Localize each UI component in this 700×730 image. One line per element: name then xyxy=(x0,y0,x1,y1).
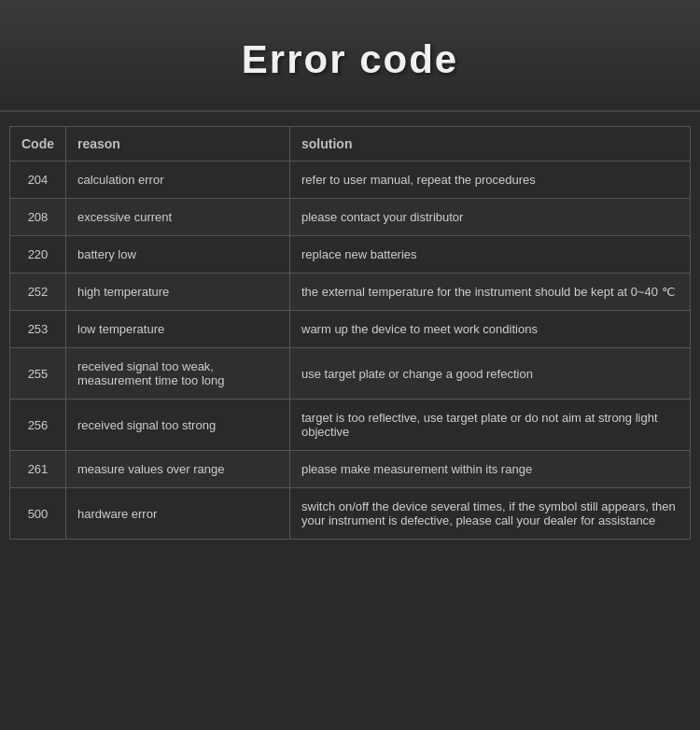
cell-solution: use target plate or change a good refect… xyxy=(290,348,691,400)
table-row: 220battery lowreplace new batteries xyxy=(10,236,691,274)
cell-solution: refer to user manual, repeat the procedu… xyxy=(290,161,691,199)
cell-solution: warm up the device to meet work conditio… xyxy=(290,311,691,348)
col-header-solution: solution xyxy=(290,127,691,161)
cell-reason: battery low xyxy=(66,236,290,274)
cell-reason: hardware error xyxy=(66,488,290,540)
cell-reason: excessive current xyxy=(66,199,290,236)
cell-code: 204 xyxy=(10,161,66,199)
cell-reason: high temperature xyxy=(66,274,290,311)
cell-code: 256 xyxy=(10,400,66,451)
col-header-reason: reason xyxy=(66,127,290,161)
table-row: 253low temperaturewarm up the device to … xyxy=(10,311,691,348)
table-container: Code reason solution 204calculation erro… xyxy=(0,112,700,554)
cell-code: 253 xyxy=(10,311,66,348)
cell-solution: target is too reflective, use target pla… xyxy=(290,400,691,451)
table-row: 204calculation errorrefer to user manual… xyxy=(10,161,691,199)
table-header-row: Code reason solution xyxy=(10,127,691,161)
table-row: 500hardware errorswitch on/off the devic… xyxy=(10,488,691,540)
col-header-code: Code xyxy=(10,127,66,161)
table-row: 261measure values over rangeplease make … xyxy=(10,451,691,488)
cell-reason: calculation error xyxy=(66,161,290,199)
table-row: 252high temperaturethe external temperat… xyxy=(10,274,691,311)
cell-reason: received signal too weak, measurement ti… xyxy=(66,348,290,400)
cell-solution: replace new batteries xyxy=(290,236,691,274)
cell-solution: switch on/off the device several times, … xyxy=(290,488,691,540)
cell-code: 500 xyxy=(10,488,66,540)
cell-code: 208 xyxy=(10,199,66,236)
error-code-table: Code reason solution 204calculation erro… xyxy=(9,126,691,540)
cell-code: 261 xyxy=(10,451,66,488)
cell-code: 255 xyxy=(10,348,66,400)
table-row: 208excessive currentplease contact your … xyxy=(10,199,691,236)
cell-code: 220 xyxy=(10,236,66,274)
page-header: Error code xyxy=(0,0,700,112)
page-title: Error code xyxy=(19,37,681,82)
cell-reason: received signal too strong xyxy=(66,400,290,451)
cell-solution: the external temperature for the instrum… xyxy=(290,274,691,311)
cell-code: 252 xyxy=(10,274,66,311)
cell-solution: please contact your distributor xyxy=(290,199,691,236)
cell-solution: please make measurement within its range xyxy=(290,451,691,488)
cell-reason: measure values over range xyxy=(66,451,290,488)
cell-reason: low temperature xyxy=(66,311,290,348)
table-row: 255received signal too weak, measurement… xyxy=(10,348,691,400)
table-row: 256received signal too strongtarget is t… xyxy=(10,400,691,451)
